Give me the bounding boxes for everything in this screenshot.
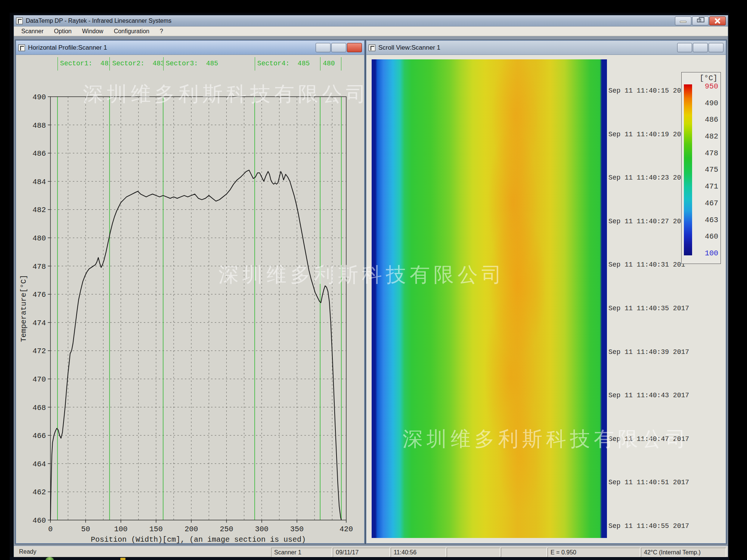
svg-text:0: 0 (48, 525, 53, 533)
profile-window: Horizontal Profile:Scanner 1 Sector1: 48… (15, 40, 365, 544)
status-pane-empty-1 (447, 548, 500, 557)
status-time: 11:40:56 (391, 548, 446, 557)
profile-minimize-button[interactable] (316, 43, 331, 52)
restore-icon (697, 19, 701, 22)
scale-tick: 482 (705, 132, 718, 141)
svg-text:488: 488 (32, 121, 46, 130)
scale-tick: 478 (705, 149, 718, 158)
svg-text:460: 460 (32, 516, 46, 525)
scale-tick: 486 (705, 115, 718, 124)
sector-header-cell: Sector1: 481 (58, 57, 110, 71)
scan-timestamp: Sep 11 11:40:43 2017 (608, 392, 697, 399)
status-scanner: Scanner 1 (271, 548, 332, 557)
svg-text:476: 476 (32, 290, 46, 299)
restore-button[interactable] (692, 16, 709, 25)
sector-header-cell: Sector3: 485 (163, 57, 255, 71)
thermal-scan-image (372, 59, 607, 538)
scale-max: 950 (705, 82, 718, 91)
svg-text:472: 472 (32, 347, 46, 355)
scale-min: 100 (705, 249, 718, 258)
scan-timestamp: Sep 11 11:40:51 2017 (608, 479, 697, 486)
app-title: DataTemp DP - Raytek - Infrared Linescan… (26, 18, 675, 24)
app-titlebar: DataTemp DP - Raytek - Infrared Linescan… (14, 15, 728, 27)
menu-scanner[interactable]: Scanner (16, 27, 49, 36)
svg-text:462: 462 (32, 488, 46, 497)
monitor-photo: DataTemp DP - Raytek - Infrared Linescan… (0, 0, 747, 560)
scroll-window: Scroll View:Scanner 1 Sep 11 11:40:15 20… (366, 40, 726, 544)
scale-tick: 471 (705, 182, 718, 191)
svg-text:486: 486 (32, 149, 46, 158)
svg-text:250: 250 (220, 525, 233, 533)
status-ready: Ready (19, 548, 36, 555)
status-emissivity: E = 0.950 (548, 548, 640, 557)
app-window: DataTemp DP - Raytek - Infrared Linescan… (13, 15, 728, 559)
start-button[interactable] (46, 557, 54, 560)
profile-maximize-button[interactable] (331, 43, 346, 52)
status-internal-temp: 42°C (Internal Temp.) (641, 548, 726, 557)
profile-window-body: Sector1: 481Sector2: 483Sector3: 485Sect… (16, 55, 364, 543)
scroll-minimize-button[interactable] (677, 43, 692, 52)
taskbar-app-icon[interactable] (120, 558, 125, 560)
profile-close-button[interactable] (347, 43, 362, 52)
scale-tick: 463 (705, 216, 718, 224)
profile-window-title: Horizontal Profile:Scanner 1 (28, 44, 316, 52)
taskbar[interactable] (10, 557, 729, 560)
svg-text:200: 200 (185, 525, 198, 533)
scale-tick: 490 (705, 99, 718, 108)
menu-window[interactable]: Window (77, 27, 109, 36)
mdi-area: Horizontal Profile:Scanner 1 Sector1: 48… (14, 36, 728, 546)
menu-help[interactable]: ? (155, 27, 168, 36)
svg-text:464: 464 (32, 460, 46, 469)
svg-text:150: 150 (149, 525, 163, 533)
svg-text:482: 482 (32, 206, 46, 214)
close-button[interactable] (709, 16, 726, 25)
scroll-window-titlebar[interactable]: Scroll View:Scanner 1 (366, 41, 726, 55)
minimize-icon (680, 21, 686, 23)
svg-text:Position (Width)[cm], (an imag: Position (Width)[cm], (an image section … (91, 535, 306, 543)
color-scale-labels: 950 490 486 482 478 475 471 467 463 460 … (694, 82, 718, 258)
sector-header-cell: Sector4: 485 (255, 57, 320, 71)
svg-text:420: 420 (340, 525, 353, 533)
svg-text:470: 470 (32, 375, 46, 384)
scroll-window-body: Sep 11 11:40:15 201 Sep 11 11:40:19 201 … (366, 55, 726, 543)
profile-window-titlebar[interactable]: Horizontal Profile:Scanner 1 (16, 41, 364, 55)
svg-text:466: 466 (32, 432, 46, 440)
svg-text:484: 484 (32, 178, 46, 186)
sector-header-cell: Sector2: 483 (109, 57, 163, 71)
scroll-close-button[interactable] (709, 43, 723, 52)
scroll-window-icon (369, 44, 375, 51)
minimize-button[interactable] (675, 16, 691, 25)
profile-window-icon (18, 44, 25, 51)
statusbar: Ready Scanner 1 09/11/17 11:40:56 E = 0.… (14, 546, 728, 558)
status-pane-empty-2 (501, 548, 547, 557)
menu-option[interactable]: Option (49, 27, 77, 36)
svg-text:350: 350 (290, 525, 304, 533)
scale-tick: 467 (705, 199, 718, 208)
profile-chart: 4904884864844824804784764744724704684664… (16, 55, 364, 543)
scan-timestamp: Sep 11 11:40:47 2017 (608, 435, 697, 443)
scale-tick: 475 (705, 165, 718, 174)
scan-timestamp: Sep 11 11:40:39 2017 (608, 348, 697, 356)
svg-text:468: 468 (32, 404, 46, 412)
desktop-screen: DataTemp DP - Raytek - Infrared Linescan… (10, 13, 729, 560)
menu-configuration[interactable]: Configuration (109, 27, 155, 36)
svg-text:480: 480 (32, 234, 46, 243)
sector-header-cell: 480 (320, 57, 341, 71)
svg-text:490: 490 (32, 93, 46, 102)
scan-timestamp: Sep 11 11:40:55 2017 (608, 522, 697, 530)
svg-text:50: 50 (81, 525, 90, 533)
scroll-window-title: Scroll View:Scanner 1 (378, 44, 677, 52)
svg-text:478: 478 (32, 262, 46, 271)
svg-text:Temperature[°C]: Temperature[°C] (19, 275, 28, 342)
menubar: Scanner Option Window Configuration ? (14, 27, 728, 36)
scroll-maximize-button[interactable] (693, 43, 708, 52)
svg-text:474: 474 (32, 319, 46, 327)
svg-text:100: 100 (114, 525, 128, 533)
temperature-color-scale: [°C] 950 490 486 482 478 475 471 467 463 (681, 72, 721, 264)
app-icon (16, 18, 23, 24)
scan-timestamp: Sep 11 11:40:35 2017 (608, 305, 697, 312)
svg-text:300: 300 (255, 525, 269, 533)
scale-tick: 460 (705, 232, 718, 241)
color-scale-bar (684, 84, 692, 255)
status-date: 09/11/17 (333, 548, 390, 557)
